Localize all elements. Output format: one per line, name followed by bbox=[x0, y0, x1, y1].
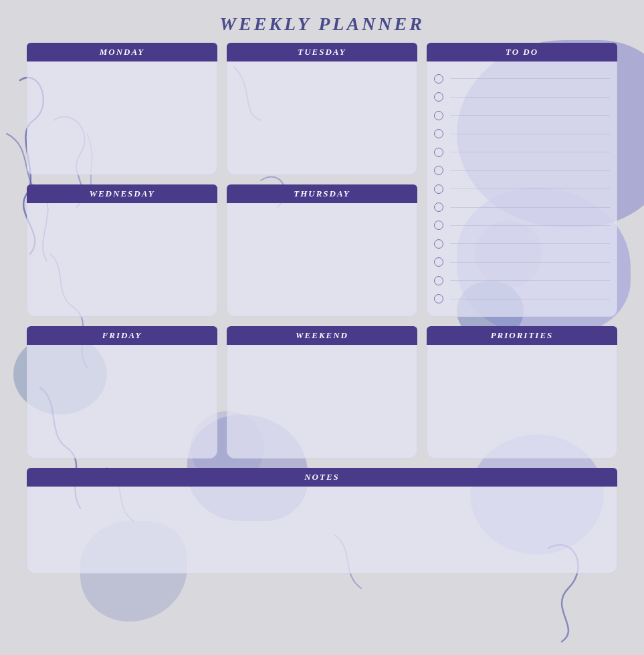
notes-content[interactable] bbox=[27, 487, 617, 573]
todo-line bbox=[450, 225, 610, 226]
page-title: WEEKLY PLANNER bbox=[27, 13, 617, 35]
todo-circle[interactable] bbox=[434, 148, 443, 157]
weekend-header: WEEKEND bbox=[227, 326, 417, 345]
todo-line bbox=[450, 280, 610, 281]
bottom-grid: FRIDAY WEEKEND PRIORITIES bbox=[27, 326, 617, 458]
todo-item[interactable] bbox=[434, 290, 610, 308]
todo-circle[interactable] bbox=[434, 74, 443, 84]
todo-circle[interactable] bbox=[434, 294, 443, 303]
todo-circle[interactable] bbox=[434, 239, 443, 249]
weekend-content[interactable] bbox=[227, 345, 417, 458]
todo-circle[interactable] bbox=[434, 166, 443, 175]
monday-content[interactable] bbox=[27, 61, 217, 175]
main-grid: MONDAY TUESDAY TO DO bbox=[27, 43, 617, 317]
tuesday-header: TUESDAY bbox=[227, 43, 417, 61]
weekly-planner: WEEKLY PLANNER MONDAY TUESDAY TO DO bbox=[0, 0, 644, 655]
todo-item[interactable] bbox=[434, 106, 610, 124]
todo-circle[interactable] bbox=[434, 257, 443, 267]
todo-item[interactable] bbox=[434, 235, 610, 253]
todo-content[interactable] bbox=[427, 61, 617, 317]
todo-item[interactable] bbox=[434, 198, 610, 216]
todo-circle[interactable] bbox=[434, 129, 443, 138]
todo-block: TO DO bbox=[427, 43, 617, 317]
friday-header: FRIDAY bbox=[27, 326, 217, 345]
todo-line bbox=[450, 207, 610, 208]
todo-line bbox=[450, 78, 610, 79]
todo-circle[interactable] bbox=[434, 221, 443, 230]
thursday-header: THURSDAY bbox=[227, 184, 417, 203]
notes-header: NOTES bbox=[27, 468, 617, 487]
priorities-block: PRIORITIES bbox=[427, 326, 617, 458]
tuesday-content[interactable] bbox=[227, 61, 417, 175]
weekend-block: WEEKEND bbox=[227, 326, 417, 458]
todo-line bbox=[450, 152, 610, 152]
todo-line bbox=[450, 170, 610, 171]
todo-circle[interactable] bbox=[434, 92, 443, 102]
friday-block: FRIDAY bbox=[27, 326, 217, 458]
wednesday-block: WEDNESDAY bbox=[27, 184, 217, 317]
notes-section: NOTES bbox=[27, 468, 617, 573]
todo-item[interactable] bbox=[434, 88, 610, 106]
todo-item[interactable] bbox=[434, 253, 610, 271]
todo-item[interactable] bbox=[434, 161, 610, 179]
todo-circle[interactable] bbox=[434, 276, 443, 285]
todo-header: TO DO bbox=[427, 43, 617, 61]
todo-item[interactable] bbox=[434, 217, 610, 235]
thursday-content[interactable] bbox=[227, 203, 417, 317]
wednesday-content[interactable] bbox=[27, 203, 217, 317]
todo-line bbox=[450, 188, 610, 189]
todo-line bbox=[450, 97, 610, 98]
todo-line bbox=[450, 299, 610, 299]
thursday-block: THURSDAY bbox=[227, 184, 417, 317]
monday-block: MONDAY bbox=[27, 43, 217, 175]
todo-line bbox=[450, 134, 610, 134]
todo-item[interactable] bbox=[434, 143, 610, 161]
todo-item[interactable] bbox=[434, 271, 610, 289]
todo-circle[interactable] bbox=[434, 184, 443, 194]
tuesday-block: TUESDAY bbox=[227, 43, 417, 175]
todo-item[interactable] bbox=[434, 124, 610, 142]
priorities-header: PRIORITIES bbox=[427, 326, 617, 345]
todo-item[interactable] bbox=[434, 180, 610, 198]
todo-line bbox=[450, 262, 610, 263]
wednesday-header: WEDNESDAY bbox=[27, 184, 217, 203]
todo-line bbox=[450, 243, 610, 244]
monday-header: MONDAY bbox=[27, 43, 217, 61]
priorities-content[interactable] bbox=[427, 345, 617, 458]
todo-line bbox=[450, 115, 610, 116]
todo-circle[interactable] bbox=[434, 111, 443, 120]
friday-content[interactable] bbox=[27, 345, 217, 458]
todo-item[interactable] bbox=[434, 70, 610, 88]
todo-circle[interactable] bbox=[434, 203, 443, 212]
